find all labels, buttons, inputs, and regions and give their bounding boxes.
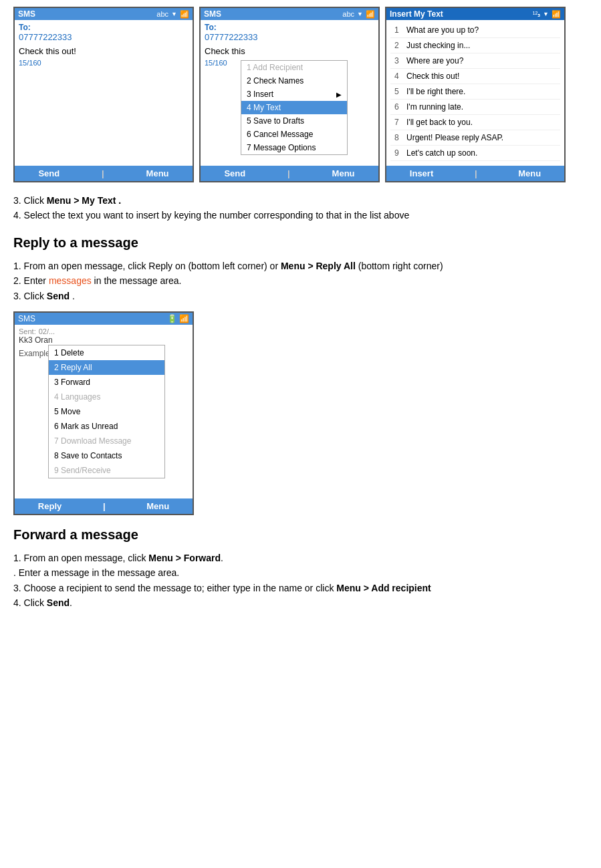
forward-step2: . Enter a message in the message area. bbox=[13, 565, 588, 580]
screen2-to-label: To: bbox=[205, 23, 374, 32]
screen2-send-btn[interactable]: Send bbox=[224, 168, 245, 178]
reply-dropdown-7: 7 Download Message bbox=[49, 434, 164, 448]
screen1-counter: 15/160 bbox=[19, 59, 189, 67]
dropdown-item-2-label: 2 Check Names bbox=[247, 76, 304, 86]
insert-item-4[interactable]: 4Check this out! bbox=[390, 69, 560, 84]
dropdown-item-6[interactable]: 6 Cancel Message bbox=[241, 128, 347, 141]
reply-dropdown-1[interactable]: 1 Delete bbox=[49, 345, 164, 360]
reply-dropdown-9: 9 Send/Receive bbox=[49, 463, 164, 478]
reply-footer: Reply | Menu bbox=[15, 498, 193, 514]
dropdown-item-1[interactable]: 1 Add Recipient bbox=[241, 61, 347, 74]
screen1-divider: | bbox=[102, 168, 104, 178]
screen3-body: 1What are you up to? 2Just checking in..… bbox=[386, 20, 564, 181]
screens-row-top: SMS abc ▼ 📶 To: 07777222333 Check this o… bbox=[13, 7, 588, 182]
phone-screen-1: SMS abc ▼ 📶 To: 07777222333 Check this o… bbox=[13, 7, 194, 182]
screen2-dropdown: 1 Add Recipient 2 Check Names 3 Insert ▶… bbox=[241, 60, 348, 155]
reply-dropdown-4: 4 Languages bbox=[49, 390, 164, 404]
screen1-send-btn[interactable]: Send bbox=[38, 168, 59, 178]
reply-header-icons: 🔋 📶 bbox=[167, 314, 189, 323]
reply-from: Kk3 Oran bbox=[19, 335, 189, 345]
screen2-footer: Send | Menu bbox=[201, 166, 378, 181]
reply-body: Sent: 02/... Kk3 Oran Example message 1 … bbox=[15, 325, 193, 498]
reply-screen-wrapper: SMS 🔋 📶 Sent: 02/... Kk3 Oran Example me… bbox=[13, 311, 588, 515]
forward-step1: 1. From an open message, click Menu > Fo… bbox=[13, 551, 588, 565]
dropdown-item-3[interactable]: 3 Insert ▶ bbox=[241, 88, 347, 101]
forward-step4: 4. Click Send. bbox=[13, 595, 588, 610]
dropdown-item-7-label: 7 Message Options bbox=[247, 143, 316, 152]
screen2-menu-btn[interactable]: Menu bbox=[332, 168, 355, 178]
screen3-footer: Insert | Menu bbox=[386, 166, 564, 181]
reply-step3: 3. Click Send . bbox=[13, 289, 588, 303]
instruction-step3: 3. Click Menu > My Text . bbox=[13, 193, 588, 208]
screen3-header: Insert My Text ¹²₃ ▼ 📶 bbox=[386, 8, 564, 20]
screen1-title: SMS bbox=[18, 9, 35, 19]
dropdown-item-3-arrow: ▶ bbox=[336, 91, 342, 98]
instructions-top: 3. Click Menu > My Text . 4. Select the … bbox=[13, 193, 588, 223]
reply-dropdown-3[interactable]: 3 Forward bbox=[49, 375, 164, 390]
screen2-to-number: 07777222333 bbox=[205, 32, 374, 42]
reply-sent-row: Sent: 02/... bbox=[19, 327, 189, 335]
phone-screen-3: Insert My Text ¹²₃ ▼ 📶 1What are you up … bbox=[385, 7, 566, 182]
screen3-menu-btn[interactable]: Menu bbox=[518, 168, 541, 178]
instruction-step4: 4. Select the text you want to insert by… bbox=[13, 208, 588, 223]
reply-dropdown-6[interactable]: 6 Mark as Unread bbox=[49, 419, 164, 434]
reply-sent-value: 02/... bbox=[39, 327, 55, 335]
reply-header: SMS 🔋 📶 bbox=[15, 313, 193, 325]
insert-item-1[interactable]: 1What are you up to? bbox=[390, 23, 560, 38]
reply-instructions: 1. From an open message, click Reply on … bbox=[13, 259, 588, 303]
insert-item-5[interactable]: 5I'll be right there. bbox=[390, 84, 560, 100]
forward-step3: 3. Choose a recipient to send the messag… bbox=[13, 581, 588, 595]
reply-phone-screen: SMS 🔋 📶 Sent: 02/... Kk3 Oran Example me… bbox=[13, 311, 194, 515]
screen1-to-label: To: bbox=[19, 23, 189, 32]
reply-dropdown: 1 Delete 2 Reply All 3 Forward 4 Languag… bbox=[48, 345, 165, 478]
reply-header-title: SMS bbox=[18, 314, 35, 323]
insert-item-8[interactable]: 8Urgent! Please reply ASAP. bbox=[390, 130, 560, 146]
insert-item-2[interactable]: 2Just checking in... bbox=[390, 38, 560, 53]
reply-menu-btn[interactable]: Menu bbox=[146, 501, 169, 511]
dropdown-item-5[interactable]: 5 Save to Drafts bbox=[241, 114, 347, 128]
dropdown-item-4-label: 4 My Text bbox=[247, 103, 281, 112]
forward-instructions: 1. From an open message, click Menu > Fo… bbox=[13, 551, 588, 611]
insert-item-6[interactable]: 6I'm running late. bbox=[390, 100, 560, 115]
screen2-divider: | bbox=[287, 168, 290, 178]
dropdown-item-1-label: 1 Add Recipient bbox=[247, 63, 303, 72]
reply-dropdown-2[interactable]: 2 Reply All bbox=[49, 360, 164, 375]
screen2-body: To: 07777222333 Check this 15/160 1 Add … bbox=[201, 20, 378, 154]
insert-item-7[interactable]: 7I'll get back to you. bbox=[390, 115, 560, 130]
insert-item-3[interactable]: 3Where are you? bbox=[390, 53, 560, 69]
screen2-message: Check this bbox=[205, 46, 374, 56]
screen3-divider: | bbox=[475, 168, 477, 178]
screen2-title: SMS bbox=[204, 9, 221, 19]
reply-step1: 1. From an open message, click Reply on … bbox=[13, 259, 588, 273]
reply-dropdown-8[interactable]: 8 Save to Contacts bbox=[49, 448, 164, 463]
screen2-icons: abc ▼ 📶 bbox=[342, 10, 375, 19]
reply-step2: 2. Enter messages in the message area. bbox=[13, 273, 588, 288]
reply-sent-label: Sent: bbox=[19, 327, 36, 335]
screen1-header: SMS abc ▼ 📶 bbox=[15, 8, 193, 20]
screen3-title: Insert My Text bbox=[390, 9, 443, 19]
screen1-to-number: 07777222333 bbox=[19, 32, 189, 42]
phone-screen-2: SMS abc ▼ 📶 To: 07777222333 Check this 1… bbox=[199, 7, 380, 182]
dropdown-item-7[interactable]: 7 Message Options bbox=[241, 141, 347, 154]
screen2-header: SMS abc ▼ 📶 bbox=[201, 8, 378, 20]
dropdown-item-3-label: 3 Insert bbox=[247, 90, 273, 99]
insert-item-9[interactable]: 9Let's catch up soon. bbox=[390, 146, 560, 161]
reply-dropdown-5[interactable]: 5 Move bbox=[49, 404, 164, 419]
screen1-icons: abc ▼ 📶 bbox=[156, 10, 189, 19]
screen3-icons: ¹²₃ ▼ 📶 bbox=[533, 10, 561, 19]
section-reply-heading: Reply to a message bbox=[13, 235, 588, 251]
screen3-insert-btn[interactable]: Insert bbox=[410, 168, 433, 178]
dropdown-item-4[interactable]: 4 My Text bbox=[241, 101, 347, 114]
screen1-body: To: 07777222333 Check this out! 15/160 bbox=[15, 20, 193, 154]
dropdown-item-2[interactable]: 2 Check Names bbox=[241, 74, 347, 88]
dropdown-item-5-label: 5 Save to Drafts bbox=[247, 116, 304, 126]
reply-divider: | bbox=[103, 501, 106, 511]
screen1-menu-btn[interactable]: Menu bbox=[146, 168, 169, 178]
section-forward-heading: Forward a message bbox=[13, 527, 588, 543]
screen1-message: Check this out! bbox=[19, 46, 189, 56]
dropdown-item-6-label: 6 Cancel Message bbox=[247, 130, 313, 139]
screen1-footer: Send | Menu bbox=[15, 166, 193, 181]
reply-reply-btn[interactable]: Reply bbox=[38, 501, 62, 511]
